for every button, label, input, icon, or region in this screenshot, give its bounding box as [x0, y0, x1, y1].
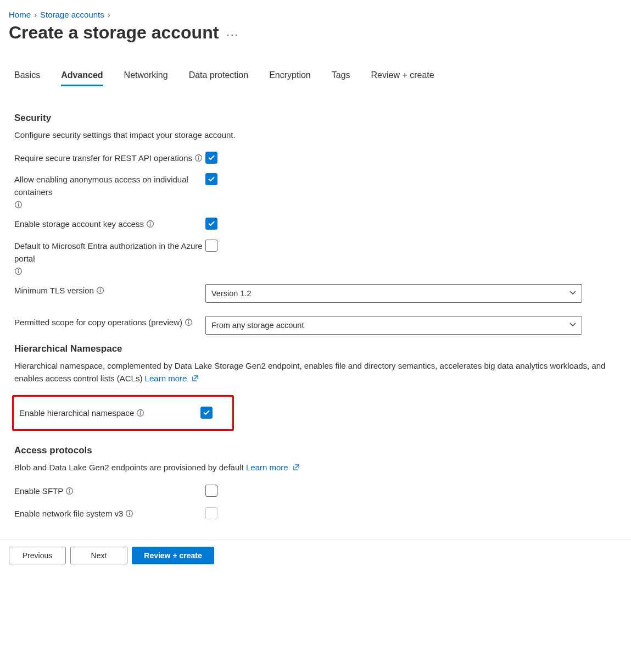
breadcrumb-storage-accounts[interactable]: Storage accounts	[40, 10, 104, 19]
field-entra-auth-label: Default to Microsoft Entra authorization…	[14, 240, 205, 265]
field-secure-transfer-label: Require secure transfer for REST API ope…	[14, 152, 192, 164]
chevron-down-icon	[569, 321, 576, 330]
tab-review-create[interactable]: Review + create	[371, 70, 434, 86]
section-security-desc: Configure security settings that impact …	[14, 129, 622, 142]
svg-point-22	[69, 489, 70, 490]
hns-highlight-box: Enable hierarchical namespace	[12, 395, 234, 431]
min-tls-value: Version 1.2	[211, 289, 252, 298]
secure-transfer-checkbox[interactable]	[205, 152, 217, 164]
field-enable-hns-label: Enable hierarchical namespace	[19, 407, 134, 419]
field-key-access: Enable storage account key access	[14, 218, 622, 230]
previous-button[interactable]: Previous	[9, 547, 66, 564]
review-create-button[interactable]: Review + create	[132, 547, 214, 564]
tab-data-protection[interactable]: Data protection	[189, 70, 249, 86]
field-entra-auth: Default to Microsoft Entra authorization…	[14, 240, 622, 276]
field-enable-nfs3: Enable network file system v3	[14, 507, 622, 521]
section-security-title: Security	[14, 113, 622, 124]
field-anonymous-access: Allow enabling anonymous access on indiv…	[14, 173, 622, 209]
tab-strip: Basics Advanced Networking Data protecti…	[9, 70, 622, 86]
key-access-checkbox[interactable]	[205, 218, 217, 230]
more-actions-button[interactable]: ···	[226, 25, 239, 41]
svg-rect-14	[100, 290, 100, 292]
info-icon[interactable]	[65, 487, 74, 495]
wizard-footer: Previous Next Review + create	[0, 540, 631, 571]
section-protocols: Access protocols Blob and Data Lake Gen2…	[9, 445, 622, 521]
field-enable-nfs3-label: Enable network file system v3	[14, 507, 123, 520]
field-anonymous-access-label: Allow enabling anonymous access on indiv…	[14, 173, 205, 199]
field-min-tls-label: Minimum TLS version	[14, 284, 94, 297]
info-icon[interactable]	[146, 220, 154, 228]
svg-point-13	[99, 288, 100, 290]
svg-point-25	[129, 512, 130, 513]
tab-basics[interactable]: Basics	[14, 70, 40, 86]
entra-auth-checkbox[interactable]	[205, 240, 217, 252]
svg-rect-20	[140, 413, 141, 415]
chevron-right-icon: ›	[108, 10, 110, 19]
svg-point-1	[198, 155, 199, 157]
field-min-tls: Minimum TLS version Version 1.2	[14, 284, 622, 303]
enable-sftp-checkbox[interactable]	[205, 485, 217, 497]
info-icon[interactable]	[194, 154, 203, 162]
enable-nfs3-checkbox	[205, 507, 217, 519]
external-link-icon	[192, 373, 199, 386]
section-hns-title: Hierarchical Namespace	[14, 343, 622, 354]
info-icon[interactable]	[14, 201, 23, 209]
chevron-down-icon	[569, 289, 576, 298]
section-security: Security Configure security settings tha…	[9, 113, 622, 335]
field-enable-hns: Enable hierarchical namespace	[19, 407, 227, 419]
tab-encryption[interactable]: Encryption	[269, 70, 311, 86]
info-icon[interactable]	[96, 286, 104, 295]
svg-rect-26	[129, 513, 130, 515]
info-icon[interactable]	[185, 318, 193, 326]
svg-point-19	[140, 411, 141, 412]
section-protocols-desc: Blob and Data Lake Gen2 endpoints are pr…	[14, 462, 622, 475]
svg-rect-5	[18, 204, 19, 207]
min-tls-select[interactable]: Version 1.2	[205, 284, 582, 303]
svg-point-16	[188, 320, 189, 321]
field-enable-sftp: Enable SFTP	[14, 485, 622, 498]
svg-rect-23	[69, 490, 70, 492]
field-key-access-label: Enable storage account key access	[14, 218, 144, 230]
svg-rect-17	[188, 322, 189, 324]
svg-rect-2	[198, 157, 199, 159]
copy-scope-select[interactable]: From any storage account	[205, 316, 582, 335]
svg-point-4	[18, 203, 19, 204]
field-secure-transfer: Require secure transfer for REST API ope…	[14, 152, 622, 164]
info-icon[interactable]	[125, 509, 133, 518]
info-icon[interactable]	[136, 409, 144, 417]
tab-networking[interactable]: Networking	[124, 70, 168, 86]
svg-point-10	[18, 269, 19, 270]
anonymous-access-checkbox[interactable]	[205, 173, 217, 185]
field-enable-sftp-label: Enable SFTP	[14, 485, 63, 497]
breadcrumb: Home › Storage accounts ›	[9, 10, 622, 19]
tab-advanced[interactable]: Advanced	[61, 70, 103, 86]
copy-scope-value: From any storage account	[211, 321, 304, 330]
field-copy-scope-label: Permitted scope for copy operations (pre…	[14, 316, 182, 329]
svg-rect-11	[18, 270, 19, 273]
page-title: Create a storage account	[9, 23, 219, 43]
enable-hns-checkbox[interactable]	[200, 407, 213, 419]
next-button[interactable]: Next	[70, 547, 127, 564]
svg-rect-8	[150, 224, 150, 226]
field-copy-scope: Permitted scope for copy operations (pre…	[14, 316, 622, 335]
hns-learn-more-link[interactable]: Learn more	[145, 374, 199, 383]
external-link-icon	[293, 462, 300, 475]
section-hns: Hierarchical Namespace Hierarchical name…	[9, 343, 622, 431]
section-protocols-title: Access protocols	[14, 445, 622, 456]
info-icon[interactable]	[14, 267, 23, 275]
svg-point-7	[150, 222, 151, 223]
chevron-right-icon: ›	[34, 10, 37, 19]
tab-tags[interactable]: Tags	[332, 70, 350, 86]
breadcrumb-home[interactable]: Home	[9, 10, 31, 19]
protocols-learn-more-link[interactable]: Learn more	[246, 463, 300, 472]
section-hns-desc: Hierarchical namespace, complemented by …	[14, 360, 622, 385]
